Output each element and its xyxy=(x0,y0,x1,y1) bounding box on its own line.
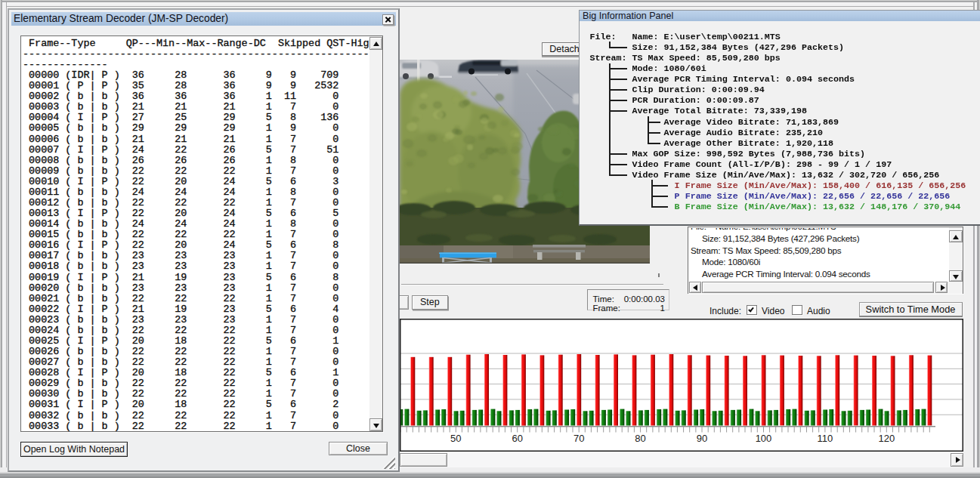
svg-text:50: 50 xyxy=(450,432,461,443)
svg-text:120: 120 xyxy=(878,432,895,443)
svg-text:60: 60 xyxy=(512,432,522,443)
svg-text:90: 90 xyxy=(697,432,707,443)
svg-text:110: 110 xyxy=(818,432,833,443)
svg-text:70: 70 xyxy=(573,432,584,443)
svg-text:80: 80 xyxy=(635,432,645,443)
svg-text:100: 100 xyxy=(756,432,772,443)
